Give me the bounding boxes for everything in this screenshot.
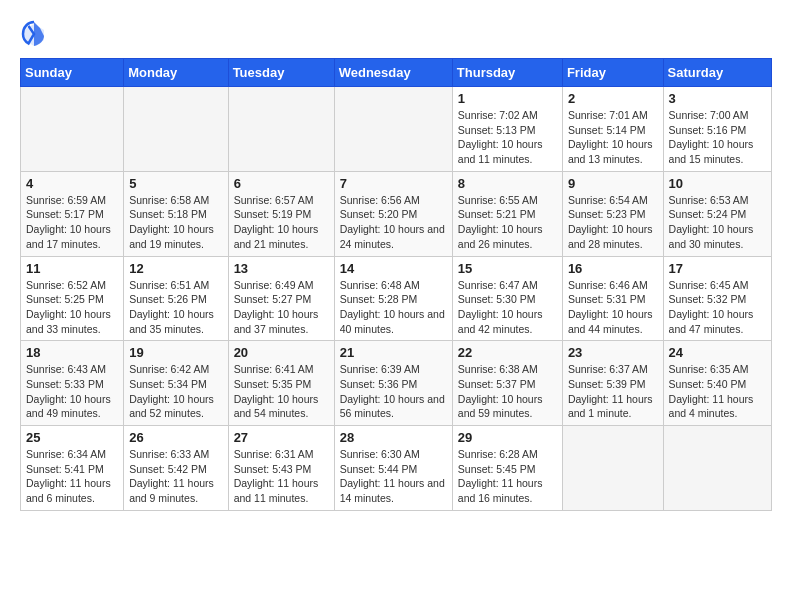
day-number: 19 — [129, 345, 222, 360]
calendar-cell: 27Sunrise: 6:31 AM Sunset: 5:43 PM Dayli… — [228, 426, 334, 511]
day-number: 27 — [234, 430, 329, 445]
calendar-cell: 14Sunrise: 6:48 AM Sunset: 5:28 PM Dayli… — [334, 256, 452, 341]
calendar-cell: 18Sunrise: 6:43 AM Sunset: 5:33 PM Dayli… — [21, 341, 124, 426]
calendar-cell: 28Sunrise: 6:30 AM Sunset: 5:44 PM Dayli… — [334, 426, 452, 511]
header-saturday: Saturday — [663, 59, 771, 87]
day-info: Sunrise: 6:47 AM Sunset: 5:30 PM Dayligh… — [458, 278, 557, 337]
header-wednesday: Wednesday — [334, 59, 452, 87]
day-number: 3 — [669, 91, 766, 106]
day-info: Sunrise: 6:52 AM Sunset: 5:25 PM Dayligh… — [26, 278, 118, 337]
calendar-cell: 13Sunrise: 6:49 AM Sunset: 5:27 PM Dayli… — [228, 256, 334, 341]
calendar-cell: 22Sunrise: 6:38 AM Sunset: 5:37 PM Dayli… — [452, 341, 562, 426]
header-thursday: Thursday — [452, 59, 562, 87]
header-monday: Monday — [124, 59, 228, 87]
calendar-cell — [21, 87, 124, 172]
day-info: Sunrise: 6:28 AM Sunset: 5:45 PM Dayligh… — [458, 447, 557, 506]
calendar-cell: 29Sunrise: 6:28 AM Sunset: 5:45 PM Dayli… — [452, 426, 562, 511]
day-number: 29 — [458, 430, 557, 445]
day-number: 20 — [234, 345, 329, 360]
calendar-cell: 9Sunrise: 6:54 AM Sunset: 5:23 PM Daylig… — [562, 171, 663, 256]
calendar-table: SundayMondayTuesdayWednesdayThursdayFrid… — [20, 58, 772, 511]
day-number: 23 — [568, 345, 658, 360]
day-info: Sunrise: 6:59 AM Sunset: 5:17 PM Dayligh… — [26, 193, 118, 252]
day-info: Sunrise: 6:48 AM Sunset: 5:28 PM Dayligh… — [340, 278, 447, 337]
calendar-cell: 11Sunrise: 6:52 AM Sunset: 5:25 PM Dayli… — [21, 256, 124, 341]
day-info: Sunrise: 6:37 AM Sunset: 5:39 PM Dayligh… — [568, 362, 658, 421]
logo — [20, 20, 52, 48]
day-number: 10 — [669, 176, 766, 191]
day-info: Sunrise: 6:45 AM Sunset: 5:32 PM Dayligh… — [669, 278, 766, 337]
day-number: 16 — [568, 261, 658, 276]
day-info: Sunrise: 6:35 AM Sunset: 5:40 PM Dayligh… — [669, 362, 766, 421]
day-number: 14 — [340, 261, 447, 276]
day-info: Sunrise: 6:41 AM Sunset: 5:35 PM Dayligh… — [234, 362, 329, 421]
calendar-week-row: 4Sunrise: 6:59 AM Sunset: 5:17 PM Daylig… — [21, 171, 772, 256]
calendar-cell: 24Sunrise: 6:35 AM Sunset: 5:40 PM Dayli… — [663, 341, 771, 426]
day-number: 22 — [458, 345, 557, 360]
day-info: Sunrise: 6:30 AM Sunset: 5:44 PM Dayligh… — [340, 447, 447, 506]
header-tuesday: Tuesday — [228, 59, 334, 87]
day-number: 4 — [26, 176, 118, 191]
day-number: 5 — [129, 176, 222, 191]
day-number: 9 — [568, 176, 658, 191]
calendar-cell — [334, 87, 452, 172]
calendar-cell: 26Sunrise: 6:33 AM Sunset: 5:42 PM Dayli… — [124, 426, 228, 511]
day-info: Sunrise: 6:51 AM Sunset: 5:26 PM Dayligh… — [129, 278, 222, 337]
day-number: 25 — [26, 430, 118, 445]
day-info: Sunrise: 6:39 AM Sunset: 5:36 PM Dayligh… — [340, 362, 447, 421]
calendar-week-row: 11Sunrise: 6:52 AM Sunset: 5:25 PM Dayli… — [21, 256, 772, 341]
calendar-cell: 5Sunrise: 6:58 AM Sunset: 5:18 PM Daylig… — [124, 171, 228, 256]
calendar-cell — [562, 426, 663, 511]
day-info: Sunrise: 6:57 AM Sunset: 5:19 PM Dayligh… — [234, 193, 329, 252]
day-number: 12 — [129, 261, 222, 276]
calendar-cell: 2Sunrise: 7:01 AM Sunset: 5:14 PM Daylig… — [562, 87, 663, 172]
day-number: 21 — [340, 345, 447, 360]
calendar-cell: 1Sunrise: 7:02 AM Sunset: 5:13 PM Daylig… — [452, 87, 562, 172]
day-number: 8 — [458, 176, 557, 191]
header-sunday: Sunday — [21, 59, 124, 87]
day-number: 7 — [340, 176, 447, 191]
calendar-cell: 4Sunrise: 6:59 AM Sunset: 5:17 PM Daylig… — [21, 171, 124, 256]
day-info: Sunrise: 6:38 AM Sunset: 5:37 PM Dayligh… — [458, 362, 557, 421]
calendar-week-row: 18Sunrise: 6:43 AM Sunset: 5:33 PM Dayli… — [21, 341, 772, 426]
logo-icon — [20, 20, 48, 48]
calendar-cell: 23Sunrise: 6:37 AM Sunset: 5:39 PM Dayli… — [562, 341, 663, 426]
calendar-cell: 25Sunrise: 6:34 AM Sunset: 5:41 PM Dayli… — [21, 426, 124, 511]
calendar-cell: 8Sunrise: 6:55 AM Sunset: 5:21 PM Daylig… — [452, 171, 562, 256]
calendar-cell: 20Sunrise: 6:41 AM Sunset: 5:35 PM Dayli… — [228, 341, 334, 426]
day-info: Sunrise: 6:53 AM Sunset: 5:24 PM Dayligh… — [669, 193, 766, 252]
day-number: 6 — [234, 176, 329, 191]
day-info: Sunrise: 6:49 AM Sunset: 5:27 PM Dayligh… — [234, 278, 329, 337]
day-number: 13 — [234, 261, 329, 276]
day-info: Sunrise: 7:01 AM Sunset: 5:14 PM Dayligh… — [568, 108, 658, 167]
day-number: 18 — [26, 345, 118, 360]
day-info: Sunrise: 6:46 AM Sunset: 5:31 PM Dayligh… — [568, 278, 658, 337]
day-number: 2 — [568, 91, 658, 106]
day-info: Sunrise: 6:42 AM Sunset: 5:34 PM Dayligh… — [129, 362, 222, 421]
calendar-header-row: SundayMondayTuesdayWednesdayThursdayFrid… — [21, 59, 772, 87]
calendar-cell — [124, 87, 228, 172]
day-info: Sunrise: 6:31 AM Sunset: 5:43 PM Dayligh… — [234, 447, 329, 506]
day-info: Sunrise: 7:00 AM Sunset: 5:16 PM Dayligh… — [669, 108, 766, 167]
day-info: Sunrise: 6:58 AM Sunset: 5:18 PM Dayligh… — [129, 193, 222, 252]
day-info: Sunrise: 6:55 AM Sunset: 5:21 PM Dayligh… — [458, 193, 557, 252]
day-number: 1 — [458, 91, 557, 106]
calendar-week-row: 25Sunrise: 6:34 AM Sunset: 5:41 PM Dayli… — [21, 426, 772, 511]
day-number: 15 — [458, 261, 557, 276]
day-info: Sunrise: 6:33 AM Sunset: 5:42 PM Dayligh… — [129, 447, 222, 506]
calendar-week-row: 1Sunrise: 7:02 AM Sunset: 5:13 PM Daylig… — [21, 87, 772, 172]
calendar-cell — [228, 87, 334, 172]
calendar-cell: 12Sunrise: 6:51 AM Sunset: 5:26 PM Dayli… — [124, 256, 228, 341]
day-info: Sunrise: 6:34 AM Sunset: 5:41 PM Dayligh… — [26, 447, 118, 506]
calendar-cell: 7Sunrise: 6:56 AM Sunset: 5:20 PM Daylig… — [334, 171, 452, 256]
day-info: Sunrise: 7:02 AM Sunset: 5:13 PM Dayligh… — [458, 108, 557, 167]
day-number: 11 — [26, 261, 118, 276]
day-info: Sunrise: 6:54 AM Sunset: 5:23 PM Dayligh… — [568, 193, 658, 252]
calendar-cell: 16Sunrise: 6:46 AM Sunset: 5:31 PM Dayli… — [562, 256, 663, 341]
day-number: 17 — [669, 261, 766, 276]
calendar-cell — [663, 426, 771, 511]
day-number: 26 — [129, 430, 222, 445]
page-header — [20, 20, 772, 48]
calendar-cell: 6Sunrise: 6:57 AM Sunset: 5:19 PM Daylig… — [228, 171, 334, 256]
day-number: 24 — [669, 345, 766, 360]
